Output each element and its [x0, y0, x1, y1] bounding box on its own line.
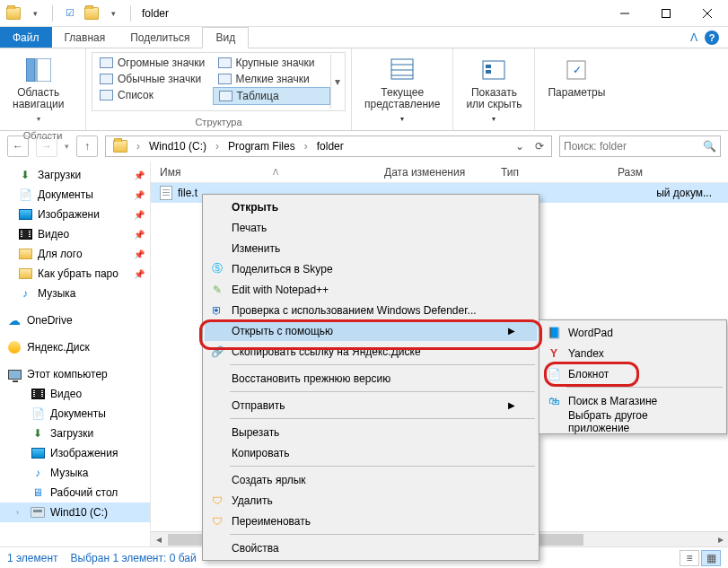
svg-rect-5: [37, 58, 51, 82]
quick-downloads[interactable]: ⬇Загрузки📌: [0, 165, 150, 185]
pc-documents[interactable]: 📄Документы: [0, 404, 150, 424]
skype-icon: Ⓢ: [210, 262, 224, 276]
pc-music[interactable]: ♪Музыка: [0, 463, 150, 483]
ctx-restore[interactable]: Восстановить прежнюю версию: [205, 368, 537, 389]
options-button[interactable]: ✓ Параметры: [540, 52, 612, 102]
layout-small-icons[interactable]: Мелкие значки: [213, 71, 331, 87]
up-button[interactable]: ↑: [76, 135, 98, 157]
layout-medium-icons[interactable]: Обычные значки: [94, 71, 213, 87]
ctx-yandex-link[interactable]: 🔗Скопировать ссылку на Яндекс.Диске: [205, 341, 537, 362]
navigation-pane-button[interactable]: Область навигации ▾: [5, 52, 71, 128]
layout-gallery-expand[interactable]: ▾: [330, 55, 343, 109]
svg-text:✓: ✓: [573, 64, 582, 76]
ctx-rename[interactable]: 🛡Переименовать: [205, 511, 537, 531]
pc-drive-c[interactable]: ›Wind10 (C:): [0, 502, 150, 522]
sub-yandex[interactable]: YYandex: [541, 343, 724, 363]
collapse-ribbon-icon[interactable]: ᐱ: [690, 31, 697, 44]
address-input[interactable]: › Wind10 (C:) › Program Files › folder ⌄…: [105, 135, 552, 157]
ctx-defender[interactable]: ⛨Проверка с использованием Windows Defen…: [205, 300, 537, 320]
context-menu: Открыть Печать Изменить ⓈПоделиться в Sk…: [202, 194, 539, 561]
ctx-properties[interactable]: Свойства: [205, 537, 537, 558]
ctx-open-with[interactable]: Открыть с помощью▶: [205, 320, 537, 341]
shield-icon: 🛡: [210, 514, 224, 529]
tab-file[interactable]: Файл: [0, 27, 52, 48]
view-icons-button[interactable]: ▦: [701, 550, 721, 566]
layout-details[interactable]: Таблица: [213, 87, 331, 105]
svg-rect-1: [662, 9, 671, 17]
pc-pictures[interactable]: Изображения: [0, 443, 150, 463]
sub-choose[interactable]: Выбрать другое приложение: [541, 411, 724, 432]
sub-notepad[interactable]: 📄Блокнот: [541, 363, 724, 384]
forward-button[interactable]: →: [36, 135, 57, 157]
ctx-cut[interactable]: Вырезать: [205, 422, 537, 442]
onedrive[interactable]: ☁OneDrive: [0, 310, 150, 330]
quick-music[interactable]: ♪Музыка: [0, 284, 150, 303]
chevron-right-icon: ▶: [508, 400, 515, 410]
back-button[interactable]: ←: [7, 135, 29, 157]
tab-home[interactable]: Главная: [52, 27, 118, 48]
show-hide-button[interactable]: Показать или скрыть▾: [459, 52, 529, 128]
chevron-right-icon: ▶: [508, 326, 515, 336]
ctx-shortcut[interactable]: Создать ярлык: [205, 469, 537, 490]
search-input[interactable]: Поиск: folder 🔍: [559, 135, 721, 157]
layout-list[interactable]: Список: [94, 87, 213, 103]
crumb-folder[interactable]: folder: [311, 140, 349, 153]
svg-rect-4: [26, 58, 35, 82]
qat-expand[interactable]: ▾: [103, 4, 123, 23]
crumb-programfiles[interactable]: Program Files: [223, 140, 301, 153]
pc-downloads[interactable]: ⬇Загрузки: [0, 424, 150, 443]
ctx-print[interactable]: Печать: [205, 217, 537, 238]
quick-logo[interactable]: Для лого📌: [0, 244, 150, 264]
tab-share[interactable]: Поделиться: [118, 27, 202, 48]
ctx-notepadpp[interactable]: ✎Edit with Notepad++: [205, 279, 537, 300]
this-pc[interactable]: Этот компьютер: [0, 364, 150, 384]
drive-icon: [113, 140, 127, 153]
layout-huge-icons[interactable]: Огромные значки: [94, 55, 213, 71]
crumb-drive[interactable]: Wind10 (C:): [144, 140, 212, 153]
ctx-open[interactable]: Открыть: [205, 197, 537, 217]
yandex-disk[interactable]: Яндекс.Диск: [0, 337, 150, 357]
tab-view[interactable]: Вид: [202, 27, 249, 48]
ribbon-tabs: Файл Главная Поделиться Вид ᐱ ?: [0, 27, 728, 48]
maximize-button[interactable]: [645, 0, 687, 27]
ctx-sendto[interactable]: Отправить▶: [205, 395, 537, 415]
column-headers[interactable]: Имяᐱ Дата изменения Тип Разм: [151, 162, 728, 183]
qat-dropdown[interactable]: ▾: [25, 4, 45, 23]
window-title: folder: [142, 7, 169, 20]
svg-rect-11: [486, 65, 491, 68]
folder-icon-2: [82, 4, 101, 23]
quick-pictures[interactable]: Изображени📌: [0, 205, 150, 224]
search-placeholder: Поиск: folder: [564, 140, 699, 153]
pc-desktop[interactable]: 🖥Рабочий стол: [0, 483, 150, 502]
ctx-delete[interactable]: 🛡Удалить: [205, 490, 537, 511]
current-view-button[interactable]: Текущее представление▾: [357, 52, 447, 128]
status-count: 1 элемент: [7, 552, 58, 564]
defender-icon: ⛨: [210, 303, 224, 318]
address-dropdown[interactable]: ⌄: [510, 136, 530, 156]
recent-locations[interactable]: ▾: [65, 142, 69, 151]
ctx-edit[interactable]: Изменить: [205, 238, 537, 258]
address-bar: ← → ▾ ↑ › Wind10 (C:) › Program Files › …: [0, 131, 728, 162]
quick-documents[interactable]: 📄Документы📌: [0, 185, 150, 205]
notepadpp-icon: ✎: [210, 283, 224, 297]
close-button[interactable]: [687, 0, 728, 27]
folder-icon: [4, 4, 23, 23]
yandex-icon: Y: [547, 346, 561, 361]
quick-videos[interactable]: Видео📌: [0, 224, 150, 244]
ctx-skype[interactable]: ⓈПоделиться в Skype: [205, 258, 537, 279]
layout-large-icons[interactable]: Крупные значки: [213, 55, 331, 71]
ctx-copy[interactable]: Копировать: [205, 442, 537, 463]
titlebar: ▾ ☑ ▾ folder: [0, 0, 728, 27]
notepad-icon: 📄: [547, 367, 561, 381]
view-details-button[interactable]: ≡: [680, 550, 699, 566]
pc-videos[interactable]: Видео: [0, 384, 150, 404]
sub-wordpad[interactable]: 📘WordPad: [541, 322, 724, 343]
sort-indicator: ᐱ: [273, 168, 278, 177]
text-file-icon: [160, 186, 172, 200]
minimize-button[interactable]: [604, 0, 645, 27]
refresh-button[interactable]: ⟳: [530, 136, 549, 156]
quick-howto[interactable]: Как убрать паро📌: [0, 264, 150, 284]
shield-icon: 🛡: [210, 494, 224, 508]
qat-properties[interactable]: ☑: [60, 4, 80, 23]
help-icon[interactable]: ?: [705, 31, 719, 45]
